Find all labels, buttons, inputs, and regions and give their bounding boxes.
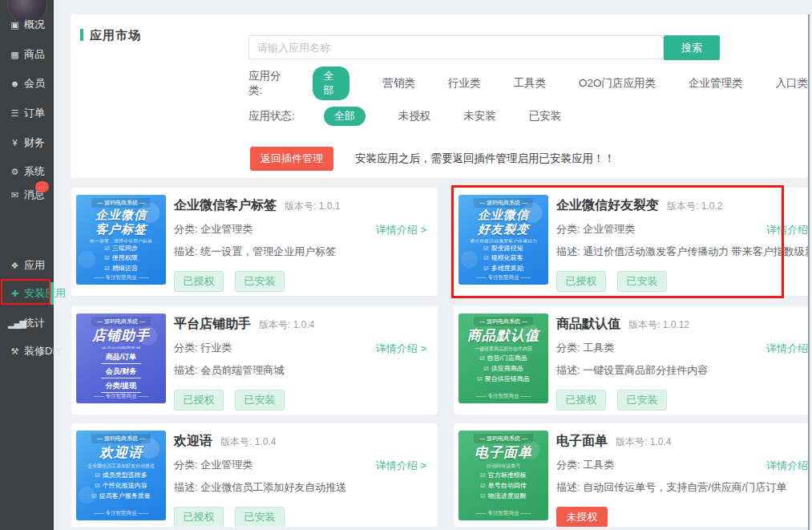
sidebar-item-finance[interactable]: ¥财务: [8, 135, 45, 151]
category-option-tools[interactable]: 工具类: [513, 76, 546, 91]
check-icon: ☑: [477, 376, 482, 382]
app-tile-image: — 源码电商系统 — 企业微信 客户标签 统一设置，管理企业用户标签 ☑三端同步…: [76, 195, 166, 285]
check-icon: ☑: [483, 265, 488, 271]
app-info: 商品默认值版本号: 1.0.12 分类: 工具类 描述: 一键设置商品部分挂件内…: [556, 316, 803, 411]
tile-line: 商品/订单: [101, 352, 142, 364]
page-title: 应用市场: [80, 28, 141, 43]
unauthorized-tag[interactable]: 未授权: [556, 507, 608, 528]
tile-bullet: ☑多维度奖励: [483, 264, 523, 274]
installed-tag[interactable]: 已安装: [235, 507, 285, 528]
app-description: 描述: 通过价值活动激发客户传播动力 带来客户指数级新增: [556, 245, 803, 259]
tile-bullet: ☑使用权限: [104, 253, 137, 264]
sidebar-item-apps[interactable]: ❖应用: [8, 257, 45, 273]
sidebar-item-overview[interactable]: ▣概况: [8, 17, 45, 33]
category-filter-row: 应用分类: 全部 营销类 行业类 工具类 O2O门店应用类 企业管理类 入口类: [248, 74, 808, 92]
category-option-marketing[interactable]: 营销类: [382, 76, 415, 91]
app-card-welcome-message: — 源码电商系统 — 欢迎语 企业微信员工添加好友自动推送 ☑成员类型选择多 ☑…: [71, 423, 438, 528]
sidebar-item-stats[interactable]: ▂▄▆统计: [8, 315, 45, 331]
app-info: 电子面单版本号: 1.0.4 分类: 工具类 描述: 自动回传运单号，支持自营/…: [556, 433, 803, 528]
back-to-plugins-button[interactable]: 返回插件管理: [250, 147, 333, 171]
category-option-industry[interactable]: 行业类: [448, 76, 481, 91]
tile-bullet: ☑官方标准模板: [480, 471, 526, 481]
app-tile-image: — 源码电商系统 — 欢迎语 企业微信员工添加好友自动推送 ☑成员类型选择多 ☑…: [76, 431, 166, 520]
authorized-tag[interactable]: 已授权: [556, 271, 606, 292]
tile-title: 欢迎语: [99, 445, 143, 461]
authorized-tag[interactable]: 已授权: [174, 271, 224, 292]
tile-bullet: ☑自营/门店商品: [479, 354, 527, 364]
check-icon: ☑: [95, 483, 99, 488]
installed-tag[interactable]: 已安装: [617, 271, 667, 292]
sidebar-item-system[interactable]: ⚙系统: [8, 164, 45, 180]
category-label: 应用分类:: [248, 69, 284, 98]
app-info: 企业微信客户标签版本号: 1.0.1 分类: 企业管理类 描述: 统一设置，管理…: [174, 197, 431, 292]
app-version: 版本号: 1.0.12: [628, 319, 689, 330]
installed-tag[interactable]: 已安装: [617, 390, 667, 411]
cart-icon: ☰: [8, 105, 21, 121]
detail-link[interactable]: 详情介绍 >: [376, 459, 426, 473]
detail-link[interactable]: 详情介绍 >: [376, 342, 426, 356]
market-header-panel: 应用市场 搜索 应用分类: 全部 营销类 行业类 工具类 O2O门店应用类 企业…: [71, 14, 808, 178]
status-tag-row: 已授权 已安装: [174, 390, 431, 411]
detail-link[interactable]: 详情介绍: [766, 223, 808, 237]
sidebar-item-install-apps[interactable]: ✚安装应用: [8, 285, 66, 301]
detail-link[interactable]: 详情介绍: [766, 342, 808, 356]
status-label: 应用状态:: [248, 109, 295, 123]
search-input[interactable]: [248, 35, 664, 59]
status-all-pill[interactable]: 全部: [324, 107, 366, 126]
tile-banner: — 源码电商系统 —: [91, 434, 151, 443]
tile-bullet: ☑三端同步: [104, 244, 137, 254]
check-icon: ☑: [479, 355, 484, 361]
tile-footer: —— 专注智慧商业 ——: [94, 393, 149, 403]
authorized-tag[interactable]: 已授权: [556, 390, 606, 411]
tile-title: 电子面单: [475, 445, 532, 461]
tile-subtitle: 自动回传运单号: [487, 463, 520, 470]
category-all-pill[interactable]: 全部: [313, 67, 349, 100]
tile-banner: — 源码电商系统 —: [474, 317, 533, 326]
status-tag-row: 已授权 已安装: [174, 271, 431, 292]
tile-bullet: ☑提高客户服务质量: [91, 492, 150, 502]
installed-tag[interactable]: 已安装: [235, 271, 285, 292]
tile-banner: — 源码电商系统 —: [474, 198, 533, 208]
app-title: 平台店铺助手: [174, 317, 251, 330]
sidebar-item-orders[interactable]: ☰订单: [8, 105, 45, 121]
check-icon: ☑: [104, 245, 109, 251]
check-icon: ☑: [480, 483, 485, 488]
app-description: 描述: 统一设置，管理企业用户标签: [174, 245, 431, 259]
check-icon: ☑: [480, 493, 485, 499]
check-icon: ☑: [483, 366, 488, 371]
category-option-entry[interactable]: 入口类: [776, 76, 809, 91]
status-option-uninstalled[interactable]: 未安装: [463, 109, 496, 123]
right-edge-line: [808, 14, 810, 530]
sidebar-item-decorate-diy[interactable]: ⚒装修DIY: [8, 343, 63, 359]
message-count-badge: …: [35, 181, 49, 192]
status-option-installed[interactable]: 已安装: [529, 109, 562, 123]
authorized-tag[interactable]: 已授权: [174, 507, 224, 528]
app-description: 描述: 企业微信员工添加好友自动推送: [174, 480, 431, 495]
products-icon: ▦: [8, 47, 21, 63]
app-description: 描述: 一键设置商品部分挂件内容: [556, 363, 803, 378]
app-card-wecom-customer-tag: — 源码电商系统 — 企业微信 客户标签 统一设置，管理企业用户标签 ☑三端同步…: [71, 187, 438, 297]
search-button[interactable]: 搜索: [664, 35, 720, 60]
detail-link[interactable]: 详情介绍: [766, 459, 808, 473]
yuan-icon: ¥: [8, 135, 21, 151]
tile-banner: — 源码电商系统 —: [91, 198, 151, 208]
app-title: 欢迎语: [174, 434, 212, 447]
app-title: 商品默认值: [556, 317, 620, 330]
sidebar-item-products[interactable]: ▦商品: [8, 47, 45, 63]
detail-link[interactable]: 详情介绍 >: [376, 223, 426, 237]
tile-title: 企业微信: [478, 208, 529, 222]
overview-icon: ▣: [8, 17, 21, 33]
authorized-tag[interactable]: 已授权: [174, 390, 224, 411]
sidebar-item-members[interactable]: ☻会员: [8, 75, 45, 91]
check-icon: ☑: [483, 255, 488, 261]
category-option-enterprise[interactable]: 企业管理类: [689, 76, 743, 91]
category-option-o2o[interactable]: O2O门店应用类: [579, 76, 656, 91]
installed-tag[interactable]: 已安装: [235, 390, 285, 411]
tile-footer: —— 专注智慧商业 ——: [94, 510, 149, 520]
app-version: 版本号: 1.0.4: [220, 436, 276, 447]
app-title: 企业微信客户标签: [174, 198, 277, 212]
tile-title: 企业微信: [95, 208, 147, 222]
status-option-unauthorized[interactable]: 未授权: [398, 109, 431, 123]
active-item-indicator: [50, 282, 54, 305]
status-tag-row: 已授权 已安装: [556, 271, 803, 292]
